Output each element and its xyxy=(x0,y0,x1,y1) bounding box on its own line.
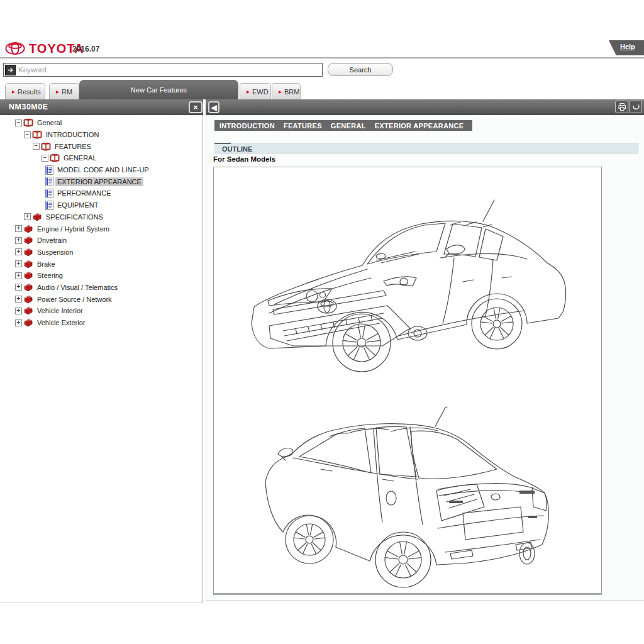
tree-item-exterior-appearance[interactable]: EXTERIOR APPEARANCE xyxy=(0,175,203,187)
tab-results[interactable]: ▸Results xyxy=(5,83,45,99)
tree-item-label: Power Source / Network xyxy=(35,295,114,304)
tree-item-features[interactable]: −FEATURES xyxy=(0,140,203,152)
toyota-emblem-icon xyxy=(5,42,25,55)
breadcrumb-item: FEATURES xyxy=(284,122,322,130)
tab-arrow-icon: ▸ xyxy=(279,89,282,95)
close-button[interactable]: × xyxy=(189,101,203,113)
tree-item-general[interactable]: −General xyxy=(0,117,203,129)
tree-item-audio-visual-telematics[interactable]: +Audio / Visual / Telematics xyxy=(0,282,203,294)
search-button[interactable]: Search xyxy=(328,63,393,76)
tab-brm[interactable]: ▸BRM xyxy=(272,83,301,99)
help-button[interactable]: Help xyxy=(609,40,644,55)
tree-item-engine-hybrid-system[interactable]: +Engine / Hybrid System xyxy=(0,223,203,235)
book-closed-icon xyxy=(23,271,33,280)
expand-node-icon[interactable]: + xyxy=(15,248,22,255)
tree-item-specifications[interactable]: +SPECIFICATIONS xyxy=(0,211,203,223)
tree-item-label: Vehicle Interior xyxy=(35,306,85,315)
breadcrumb: INTRODUCTIONFEATURESGENERALEXTERIOR APPE… xyxy=(214,120,472,131)
book-open-icon xyxy=(41,142,51,151)
expand-node-icon[interactable]: + xyxy=(15,308,22,314)
tree-item-label: General xyxy=(35,118,64,127)
tree-item-introduction[interactable]: −INTRODUCTION xyxy=(0,129,203,141)
tree-item-label: Drivetrain xyxy=(35,236,69,245)
tab-ewd[interactable]: ▸EWD xyxy=(240,83,271,99)
tree-item-drivetrain[interactable]: +Drivetrain xyxy=(0,235,203,247)
toyota-tis-window: TOYOTA 2016.07 Help Search ▸Results▸RMNe… xyxy=(0,0,644,644)
collapse-node-icon[interactable]: − xyxy=(24,131,31,138)
keyword-input[interactable] xyxy=(16,66,322,74)
tree-item-power-source-network[interactable]: +Power Source / Network xyxy=(0,293,203,305)
book-closed-icon xyxy=(23,306,33,315)
expand-node-icon[interactable]: + xyxy=(15,319,22,326)
header-divider xyxy=(0,57,644,58)
sedan-front-view-illustration xyxy=(233,182,585,390)
tab-rm[interactable]: ▸RM xyxy=(49,83,79,99)
printer-icon[interactable] xyxy=(615,101,628,113)
expand-node-icon[interactable]: + xyxy=(24,213,31,220)
collapse-node-icon[interactable]: − xyxy=(15,119,22,126)
tree-item-vehicle-interior[interactable]: +Vehicle Interior xyxy=(0,305,203,317)
tab-arrow-icon: ▸ xyxy=(12,89,15,95)
collapse-node-icon[interactable]: − xyxy=(42,155,48,162)
book-closed-icon xyxy=(23,225,33,233)
book-closed-icon xyxy=(23,318,33,327)
tab-arrow-icon: ▸ xyxy=(56,89,59,95)
book-open-icon xyxy=(23,118,33,127)
version-label: 2016.07 xyxy=(72,45,99,53)
book-closed-icon xyxy=(23,260,33,269)
expand-node-icon[interactable]: + xyxy=(15,296,22,303)
tree-item-label: EQUIPMENT xyxy=(55,201,100,209)
section-title: OUTLINE xyxy=(222,144,252,154)
collapse-tree-button[interactable]: ◀ xyxy=(208,101,219,113)
tree-item-equipment[interactable]: EQUIPMENT xyxy=(0,199,203,211)
book-open-icon xyxy=(32,130,42,139)
tree-item-suspension[interactable]: +Suspension xyxy=(0,247,203,258)
expand-node-icon[interactable]: + xyxy=(15,225,22,232)
book-open-icon xyxy=(50,153,60,162)
book-closed-icon xyxy=(23,248,33,257)
tree-item-label: Vehicle Exterior xyxy=(35,318,87,327)
tree-item-label: Steering xyxy=(35,271,65,280)
tree-item-label: SPECIFICATIONS xyxy=(44,213,105,221)
content-toolbar: ◀ xyxy=(206,99,644,115)
content-panel: INTRODUCTIONFEATURESGENERALEXTERIOR APPE… xyxy=(206,115,644,601)
breadcrumb-item: EXTERIOR APPEARANCE xyxy=(375,122,464,130)
document-title-bar: NM30M0E × xyxy=(0,99,203,115)
arrow-right-icon[interactable] xyxy=(5,65,16,75)
tree-item-label: Brake xyxy=(35,260,57,269)
book-closed-icon xyxy=(23,295,33,304)
tab-new-car-features[interactable]: New Car Features xyxy=(79,80,238,99)
tree-item-brake[interactable]: +Brake xyxy=(0,258,203,270)
book-closed-icon xyxy=(32,213,42,221)
expand-node-icon[interactable]: + xyxy=(15,237,22,244)
tree-item-label: EXTERIOR APPEARANCE xyxy=(55,177,143,186)
breadcrumb-item: INTRODUCTION xyxy=(219,122,275,130)
book-closed-icon xyxy=(23,236,33,245)
search-box xyxy=(3,63,323,77)
tree-item-label: GENERAL xyxy=(62,153,99,162)
tree-item-label: MODEL CODE AND LINE-UP xyxy=(55,165,151,174)
tree-item-label: INTRODUCTION xyxy=(44,130,101,139)
breadcrumb-item: GENERAL xyxy=(331,122,366,130)
tree-item-label: Engine / Hybrid System xyxy=(35,225,111,233)
tree-item-steering[interactable]: +Steering xyxy=(0,270,203,282)
tree-item-vehicle-exterior[interactable]: +Vehicle Exterior xyxy=(0,317,203,329)
expand-node-icon[interactable]: + xyxy=(15,284,22,291)
tree-item-label: FEATURES xyxy=(53,142,93,151)
tree-item-performance[interactable]: PERFORMANCE xyxy=(0,187,203,199)
document-icon xyxy=(45,201,53,210)
tree-item-model-code-and-line-up[interactable]: MODEL CODE AND LINE-UP xyxy=(0,164,203,176)
section-header: OUTLINE xyxy=(214,143,638,153)
document-icon xyxy=(45,165,53,175)
expand-node-icon[interactable]: + xyxy=(15,260,22,267)
collapse-node-icon[interactable]: − xyxy=(33,143,40,150)
tab-arrow-icon: ▸ xyxy=(247,89,250,95)
return-arrow-icon[interactable] xyxy=(629,101,642,113)
tree-item-general[interactable]: −GENERAL xyxy=(0,152,203,164)
document-code: NM30M0E xyxy=(9,103,48,111)
tree-item-label: Audio / Visual / Telematics xyxy=(35,283,119,292)
figure-box xyxy=(213,167,602,595)
expand-node-icon[interactable]: + xyxy=(15,272,22,279)
sedan-rear-view-illustration xyxy=(249,395,576,590)
document-icon xyxy=(45,189,53,198)
